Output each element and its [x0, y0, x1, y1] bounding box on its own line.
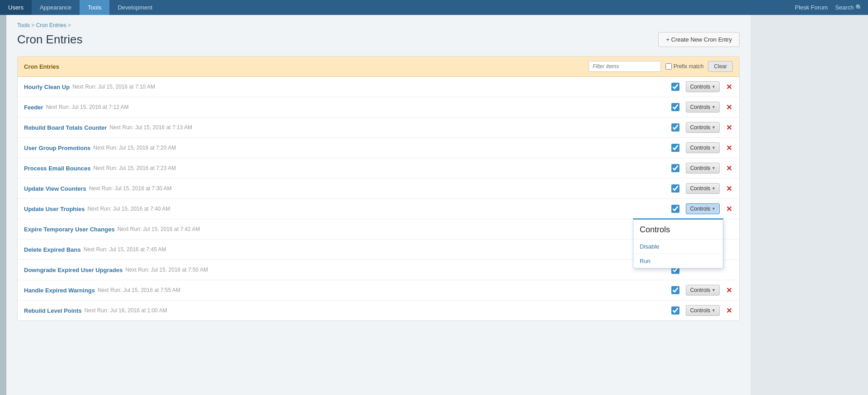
cron-enabled-checkbox[interactable]	[671, 205, 679, 213]
controls-wrapper: Controls▼	[686, 183, 723, 194]
top-nav: Users Appearance Tools Development Plesk…	[0, 0, 868, 15]
table-header-title: Cron Entries	[24, 63, 584, 70]
controls-button[interactable]: Controls▼	[686, 183, 720, 194]
cron-next-run: Next Run: Jul 15, 2016 at 7:23 AM	[93, 165, 176, 171]
delete-button[interactable]: ✕	[725, 164, 733, 173]
table-row: FeederNext Run: Jul 15, 2016 at 7:12 AMC…	[18, 97, 739, 118]
cron-entry-name[interactable]: Update View Counters	[24, 185, 86, 192]
cron-entry-name[interactable]: Hourly Clean Up	[24, 84, 70, 90]
right-sidebar	[750, 15, 868, 395]
chevron-down-icon: ▼	[712, 207, 716, 211]
dropdown-title: Controls	[633, 220, 723, 240]
controls-wrapper: Controls▼	[686, 122, 723, 133]
cron-entries-table: Cron Entries Prefix match Clear Hourly C…	[17, 56, 740, 321]
cron-entry-name[interactable]: Process Email Bounces	[24, 165, 90, 172]
delete-button[interactable]: ✕	[725, 103, 733, 112]
chevron-down-icon: ▼	[712, 125, 716, 130]
table-row: User Group PromotionsNext Run: Jul 15, 2…	[18, 138, 739, 158]
controls-wrapper: Controls▼	[686, 305, 723, 316]
filter-input[interactable]	[589, 61, 661, 72]
table-row: Rebuild Level PointsNext Run: Jul 16, 20…	[18, 301, 739, 320]
create-cron-entry-button[interactable]: + Create New Cron Entry	[658, 32, 740, 47]
table-row: Update User TrophiesNext Run: Jul 15, 20…	[18, 199, 739, 219]
nav-item-appearance[interactable]: Appearance	[32, 0, 80, 15]
cron-entry-name[interactable]: Downgrade Expired User Upgrades	[24, 267, 123, 273]
delete-button[interactable]: ✕	[725, 205, 733, 213]
cron-next-run: Next Run: Jul 15, 2016 at 7:40 AM	[87, 206, 170, 212]
cron-enabled-checkbox[interactable]	[671, 83, 679, 91]
nav-right: Plesk Forum Search 🔍	[795, 0, 868, 15]
table-row: Handle Expired WarningsNext Run: Jul 15,…	[18, 280, 739, 301]
main-content: Tools > Cron Entries > Cron Entries + Cr…	[6, 15, 750, 395]
cron-entry-name[interactable]: User Group Promotions	[24, 145, 90, 151]
page-title-row: Cron Entries + Create New Cron Entry	[17, 32, 740, 47]
cron-next-run: Next Run: Jul 15, 2016 at 7:45 AM	[84, 246, 166, 253]
table-row: Hourly Clean UpNext Run: Jul 15, 2016 at…	[18, 77, 739, 97]
delete-button[interactable]: ✕	[725, 123, 733, 132]
controls-button[interactable]: Controls▼	[686, 163, 720, 174]
cron-enabled-checkbox[interactable]	[671, 164, 679, 172]
cron-next-run: Next Run: Jul 15, 2016 at 7:12 AM	[46, 104, 129, 110]
controls-wrapper: Controls▼	[686, 163, 723, 174]
controls-wrapper: Controls▼	[686, 285, 723, 296]
cron-next-run: Next Run: Jul 15, 2016 at 7:42 AM	[118, 226, 200, 232]
nav-items: Users Appearance Tools Development	[0, 0, 795, 15]
delete-button[interactable]: ✕	[725, 286, 733, 295]
controls-button[interactable]: Controls▼	[686, 102, 720, 113]
controls-button[interactable]: Controls▼	[686, 203, 720, 214]
cron-entry-name[interactable]: Expire Temporary User Changes	[24, 226, 115, 233]
search-link[interactable]: Search 🔍	[835, 4, 863, 11]
chevron-down-icon: ▼	[712, 146, 716, 150]
table-row: Downgrade Expired User UpgradesNext Run:…	[18, 260, 739, 280]
cron-enabled-checkbox[interactable]	[671, 306, 679, 315]
cron-next-run: Next Run: Jul 15, 2016 at 7:20 AM	[93, 145, 176, 151]
cron-next-run: Next Run: Jul 15, 2016 at 7:13 AM	[109, 124, 192, 131]
cron-enabled-checkbox[interactable]	[671, 184, 679, 193]
cron-entry-name[interactable]: Delete Expired Bans	[24, 246, 81, 253]
left-bar	[0, 15, 6, 395]
clear-button[interactable]: Clear	[708, 61, 733, 72]
dropdown-item-disable[interactable]: Disable	[633, 240, 723, 254]
cron-enabled-checkbox[interactable]	[671, 123, 679, 132]
nav-item-tools[interactable]: Tools	[80, 0, 109, 15]
chevron-down-icon: ▼	[712, 105, 716, 109]
delete-button[interactable]: ✕	[725, 144, 733, 152]
delete-button[interactable]: ✕	[725, 83, 733, 91]
cron-entry-name[interactable]: Update User Trophies	[24, 206, 85, 212]
nav-item-users[interactable]: Users	[0, 0, 32, 15]
cron-entry-name[interactable]: Feeder	[24, 104, 43, 111]
table-row: Expire Temporary User ChangesNext Run: J…	[18, 219, 739, 240]
cron-next-run: Next Run: Jul 15, 2016 at 7:50 AM	[125, 267, 208, 273]
controls-button[interactable]: Controls▼	[686, 81, 720, 92]
page-title: Cron Entries	[17, 33, 83, 47]
cron-next-run: Next Run: Jul 15, 2016 at 7:55 AM	[98, 287, 180, 293]
chevron-down-icon: ▼	[712, 186, 716, 191]
content-wrapper: Tools > Cron Entries > Cron Entries + Cr…	[0, 15, 868, 395]
table-row: Process Email BouncesNext Run: Jul 15, 2…	[18, 158, 739, 179]
controls-button[interactable]: Controls▼	[686, 285, 720, 296]
dropdown-item-run[interactable]: Run	[633, 254, 723, 268]
delete-button[interactable]: ✕	[725, 306, 733, 315]
table-filter-header: Cron Entries Prefix match Clear	[18, 56, 739, 77]
controls-wrapper: Controls▼	[686, 81, 723, 92]
chevron-down-icon: ▼	[712, 288, 716, 292]
nav-item-development[interactable]: Development	[109, 0, 160, 15]
controls-button[interactable]: Controls▼	[686, 122, 720, 133]
breadcrumb-tools[interactable]: Tools	[17, 22, 30, 28]
table-row: Update View CountersNext Run: Jul 15, 20…	[18, 179, 739, 199]
cron-enabled-checkbox[interactable]	[671, 103, 679, 111]
cron-next-run: Next Run: Jul 16, 2016 at 1:00 AM	[85, 307, 167, 314]
cron-entry-name[interactable]: Rebuild Level Points	[24, 307, 82, 314]
breadcrumb-cron-entries[interactable]: Cron Entries	[36, 22, 66, 28]
controls-wrapper: Controls▼ControlsDisableRun	[686, 203, 723, 214]
controls-button[interactable]: Controls▼	[686, 305, 720, 316]
plesk-forum-link[interactable]: Plesk Forum	[795, 4, 828, 11]
cron-entry-name[interactable]: Rebuild Board Totals Counter	[24, 124, 107, 131]
cron-entry-name[interactable]: Handle Expired Warnings	[24, 287, 95, 294]
controls-button[interactable]: Controls▼	[686, 142, 720, 153]
delete-button[interactable]: ✕	[725, 184, 733, 193]
chevron-down-icon: ▼	[712, 85, 716, 89]
cron-enabled-checkbox[interactable]	[671, 286, 679, 294]
cron-enabled-checkbox[interactable]	[671, 144, 679, 152]
prefix-match-checkbox[interactable]	[665, 63, 672, 70]
